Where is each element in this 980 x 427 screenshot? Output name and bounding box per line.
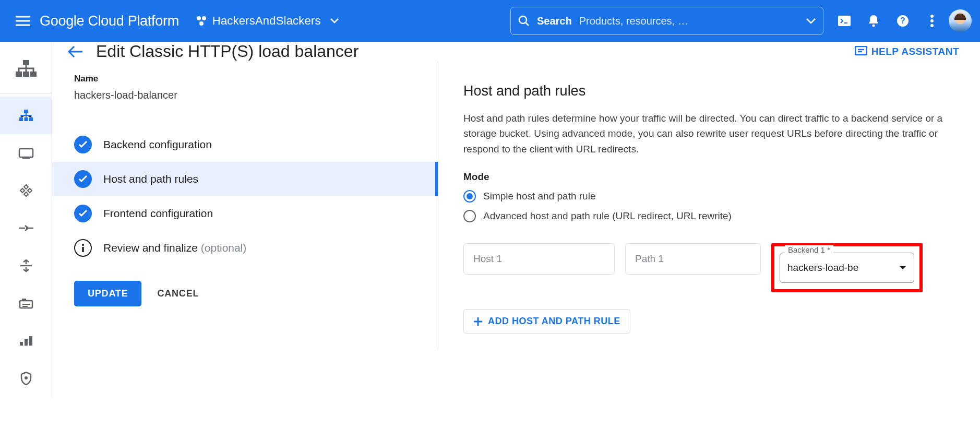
svg-point-1 (202, 16, 206, 20)
svg-point-27 (25, 376, 28, 379)
help-icon[interactable]: ? (894, 13, 911, 29)
back-button[interactable] (68, 45, 83, 58)
rail-service-directory-icon[interactable] (0, 284, 52, 322)
rail-traffic-director-icon[interactable] (0, 247, 52, 284)
name-value: hackers-load-balancer (74, 89, 422, 101)
page-header-row: Edit Classic HTTP(S) load balancer HELP … (52, 42, 980, 61)
logo-text: Google Cloud Platform (40, 13, 179, 29)
add-host-path-rule-button[interactable]: ADD HOST AND PATH RULE (463, 309, 630, 334)
section-title: Host and path rules (463, 83, 955, 99)
search-label: Search (537, 15, 572, 27)
load-balancer-name-section: Name hackers-load-balancer (52, 61, 438, 117)
rail-load-balancing-icon[interactable] (0, 97, 52, 134)
chevron-down-icon (330, 18, 339, 23)
check-icon (74, 170, 92, 188)
svg-rect-12 (16, 72, 22, 77)
cancel-button[interactable]: CANCEL (157, 288, 199, 299)
svg-rect-15 (24, 110, 28, 113)
path-input[interactable]: Path 1 (625, 243, 761, 275)
header-icon-group: ? (836, 13, 940, 29)
svg-point-8 (930, 15, 934, 18)
page-title: Edit Classic HTTP(S) load balancer (96, 42, 358, 61)
section-description: Host and path rules determine how your t… (463, 111, 955, 157)
svg-rect-4 (838, 16, 851, 26)
check-icon (74, 205, 92, 222)
backend-select[interactable]: hackers-load-be (780, 253, 914, 283)
svg-rect-25 (25, 339, 28, 346)
step-frontend-configuration[interactable]: Frontend configuration (52, 196, 438, 231)
step-host-and-path-rules[interactable]: Host and path rules (52, 162, 438, 196)
caret-down-icon (899, 266, 906, 270)
svg-rect-19 (19, 149, 33, 157)
radio-label: Advanced host and path rule (URL redirec… (483, 210, 732, 222)
user-avatar[interactable] (949, 9, 972, 32)
step-label: Backend configuration (103, 138, 212, 151)
review-text: Review and finalize (103, 242, 198, 254)
step-backend-configuration[interactable]: Backend configuration (52, 127, 438, 162)
more-icon[interactable] (924, 13, 940, 29)
project-selector[interactable]: HackersAndSlackers (196, 14, 339, 28)
svg-rect-18 (29, 117, 33, 121)
svg-point-2 (199, 21, 204, 26)
gcp-logo[interactable]: Google Cloud Platform (40, 13, 179, 29)
name-label: Name (74, 74, 422, 84)
split-content: Name hackers-load-balancer Backend confi… (52, 61, 980, 349)
review-optional: (optional) (201, 242, 247, 254)
chevron-down-icon (806, 18, 816, 24)
svg-rect-24 (20, 342, 23, 346)
backend-value: hackers-load-be (787, 262, 858, 274)
radio-simple-mode[interactable]: Simple host and path rule (463, 190, 955, 203)
project-name: HackersAndSlackers (212, 14, 321, 28)
right-detail-panel: Host and path rules Host and path rules … (438, 61, 980, 349)
plus-icon (473, 317, 483, 326)
svg-rect-20 (22, 157, 30, 159)
info-icon (74, 239, 92, 257)
svg-point-21 (26, 227, 28, 230)
svg-rect-30 (82, 247, 84, 252)
path-placeholder: Path 1 (635, 253, 664, 265)
svg-rect-16 (19, 117, 23, 121)
svg-rect-11 (23, 60, 29, 65)
cloud-shell-icon[interactable] (836, 13, 853, 29)
svg-rect-14 (30, 72, 37, 77)
step-label: Host and path rules (103, 173, 198, 185)
notifications-icon[interactable] (865, 13, 882, 29)
rail-cloud-nat-icon[interactable] (0, 209, 52, 247)
add-rule-label: ADD HOST AND PATH RULE (488, 316, 620, 327)
radio-icon (463, 190, 476, 203)
radio-advanced-mode[interactable]: Advanced host and path rule (URL redirec… (463, 210, 955, 222)
rail-cloud-dns-icon[interactable] (0, 134, 52, 172)
rail-network-services-icon[interactable] (0, 48, 52, 90)
config-steps-list: Backend configuration Host and path rule… (52, 127, 438, 265)
svg-rect-13 (23, 72, 29, 77)
rail-private-service-icon[interactable] (0, 360, 52, 397)
check-icon (74, 136, 92, 153)
project-icon (196, 15, 207, 27)
svg-point-5 (873, 25, 875, 27)
hamburger-icon (16, 16, 30, 26)
radio-icon (463, 210, 476, 222)
left-rail (0, 42, 52, 397)
action-buttons: UPDATE CANCEL (52, 265, 438, 306)
svg-point-10 (930, 24, 934, 27)
search-bar[interactable]: Search Products, resources, … (510, 7, 823, 35)
radio-label: Simple host and path rule (483, 191, 595, 202)
svg-text:?: ? (900, 16, 905, 25)
main-content: Edit Classic HTTP(S) load balancer HELP … (52, 42, 980, 397)
help-assistant-button[interactable]: HELP ASSISTANT (855, 46, 959, 57)
step-review-and-finalize[interactable]: Review and finalize (optional) (52, 231, 438, 265)
hamburger-menu[interactable] (8, 6, 38, 35)
rail-cloud-cdn-icon[interactable] (0, 172, 52, 209)
rail-cloud-domains-icon[interactable] (0, 322, 52, 360)
search-container: Search Products, resources, … (510, 7, 823, 35)
update-button[interactable]: UPDATE (74, 281, 141, 306)
host-placeholder: Host 1 (473, 253, 502, 265)
mode-label: Mode (463, 171, 955, 183)
svg-rect-17 (24, 117, 28, 121)
step-label: Review and finalize (optional) (103, 242, 246, 254)
chat-icon (855, 46, 867, 57)
step-label: Frontend configuration (103, 207, 213, 220)
body: Edit Classic HTTP(S) load balancer HELP … (0, 42, 980, 397)
host-input[interactable]: Host 1 (463, 243, 615, 275)
top-header: Google Cloud Platform HackersAndSlackers… (0, 0, 980, 42)
